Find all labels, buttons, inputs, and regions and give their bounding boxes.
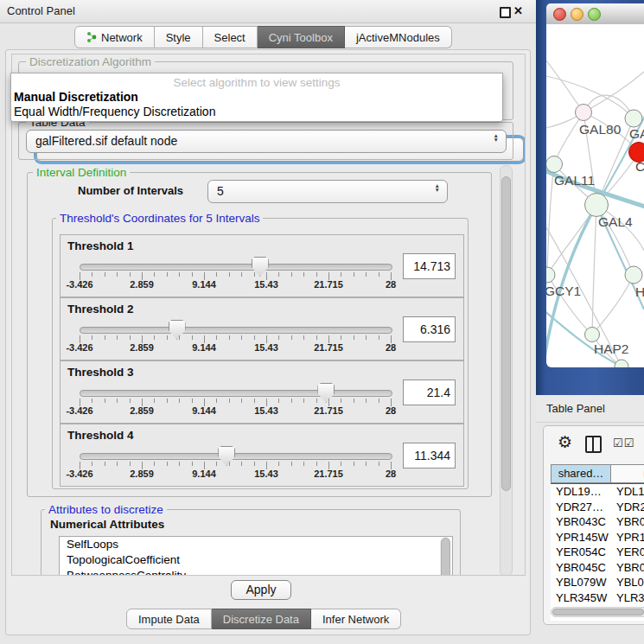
attribute-list-item[interactable]: SelfLoops xyxy=(60,537,452,552)
minor-tick xyxy=(117,399,118,403)
table-cell[interactable]: YDL1 xyxy=(611,484,644,500)
mac-close-icon[interactable] xyxy=(553,8,566,21)
bottom-tab-bar: Impute DataDiscretize DataInfer Network xyxy=(126,609,401,629)
panel-vertical-scrollbar[interactable] xyxy=(500,165,513,576)
table-cell[interactable]: YDR2 xyxy=(611,500,644,515)
slider-track[interactable] xyxy=(80,264,392,271)
threshold-panel: Threshold 2-3.4262.8599.14415.4321.71528… xyxy=(60,297,464,360)
tab-cyni-toolbox[interactable]: Cyni Toolbox xyxy=(258,26,345,48)
thresholds-group: Threshold's Coordinates for 5 Intervals … xyxy=(52,218,469,489)
threshold-value-field[interactable]: 11.344 xyxy=(403,443,456,469)
table-row[interactable]: YBL079WYBL0 xyxy=(551,575,644,590)
combo-spinner-icon: ▲▼ xyxy=(435,183,440,192)
mac-minimize-icon[interactable] xyxy=(571,8,583,21)
network-canvas[interactable]: GAL80GACGAL11GAL4GCY1HHAP2 xyxy=(546,24,644,367)
table-panel-title: Table Panel xyxy=(546,395,605,422)
table-row[interactable]: YPR145WYPR1 xyxy=(551,530,644,545)
table-cell[interactable]: YLR3 xyxy=(611,590,644,606)
threshold-panel: Threshold 1-3.4262.8599.14415.4321.71528… xyxy=(60,234,464,297)
minor-tick xyxy=(92,462,92,466)
bottom-tab-impute-data[interactable]: Impute Data xyxy=(126,609,212,629)
network-node[interactable] xyxy=(615,360,628,367)
table-cell[interactable]: YER054C xyxy=(551,545,611,560)
threshold-panel: Threshold 3-3.4262.8599.14415.4321.71528… xyxy=(60,360,464,424)
algorithm-option[interactable]: Manual Discretization xyxy=(14,90,138,104)
minor-tick xyxy=(379,335,379,340)
algorithm-option[interactable]: Equal Width/Frequency Discretization xyxy=(14,105,215,118)
panel-scrollbar-thumb[interactable] xyxy=(501,176,511,491)
number-of-intervals-select[interactable]: 5 ▲▼ xyxy=(207,180,448,203)
minor-tick xyxy=(366,399,367,403)
tab-jactivemnodules[interactable]: jActiveMNodules xyxy=(345,26,452,48)
table-cell[interactable]: YDR27… xyxy=(551,500,611,515)
attribute-list-item[interactable]: BetweennessCentrality xyxy=(60,568,452,576)
network-node-label: GAL80 xyxy=(579,122,622,137)
minor-tick xyxy=(105,399,105,403)
number-of-intervals-value: 5 xyxy=(217,181,224,202)
gear-icon[interactable]: ⚙ xyxy=(558,434,572,451)
minor-tick xyxy=(278,399,279,403)
table-row[interactable]: YLR345WYLR3 xyxy=(551,590,644,606)
table-cell[interactable]: YBL0 xyxy=(611,575,644,590)
numerical-attributes-list[interactable]: SelfLoopsTopologicalCoefficientBetweenne… xyxy=(59,536,453,576)
tab-style[interactable]: Style xyxy=(155,26,203,48)
apply-button[interactable]: Apply xyxy=(231,580,291,600)
float-window-icon[interactable] xyxy=(500,7,511,18)
tick-label: 2.859 xyxy=(130,405,154,416)
slider-track[interactable] xyxy=(80,390,392,397)
columns-icon[interactable] xyxy=(585,436,602,453)
network-node[interactable] xyxy=(625,266,642,284)
control-panel-titlebar: Control Panel ✕ xyxy=(0,0,536,23)
table-row[interactable]: YDR27…YDR2 xyxy=(551,500,644,515)
table-data-select[interactable]: galFiltered.sif default node ▲▼ xyxy=(26,130,507,153)
minor-tick xyxy=(130,335,131,340)
network-node[interactable] xyxy=(625,110,642,127)
attributes-scrollbar-thumb[interactable] xyxy=(441,538,450,576)
mac-zoom-icon[interactable] xyxy=(588,8,601,21)
table-row[interactable]: YBR043CYBR0 xyxy=(551,514,644,530)
tick-label: 2.859 xyxy=(130,279,154,290)
slider-track[interactable] xyxy=(80,453,392,460)
table-cell[interactable]: YBR0 xyxy=(611,514,644,530)
table-cell[interactable]: YER0 xyxy=(611,545,644,560)
threshold-value-field[interactable]: 14.713 xyxy=(403,253,456,279)
threshold-value-field[interactable]: 21.4 xyxy=(403,379,456,405)
column-header[interactable]: shared… xyxy=(551,464,611,483)
table-cell[interactable]: YPR145W xyxy=(551,530,611,545)
table-cell[interactable]: YDL19… xyxy=(551,484,611,500)
threshold-value-field[interactable]: 6.316 xyxy=(403,316,456,342)
network-node[interactable] xyxy=(546,267,555,283)
tick-label: 15.43 xyxy=(254,342,278,353)
network-node[interactable] xyxy=(585,328,600,342)
network-node[interactable] xyxy=(585,194,609,217)
close-icon[interactable]: ✕ xyxy=(513,0,523,22)
column-header[interactable]: na xyxy=(611,464,644,483)
minor-tick xyxy=(354,335,354,340)
table-row[interactable]: YER054CYER0 xyxy=(551,545,644,560)
tab-select[interactable]: Select xyxy=(203,26,258,48)
table-row[interactable]: YBR045CYBR0 xyxy=(551,560,644,576)
table-cell[interactable]: YPR1 xyxy=(611,530,644,545)
minor-tick xyxy=(192,399,193,403)
table-cell[interactable]: YLR345W xyxy=(551,590,611,606)
bottom-tab-infer-network[interactable]: Infer Network xyxy=(311,609,401,629)
table-cell[interactable]: YBR043C xyxy=(551,514,611,530)
table-cell[interactable]: YBR045C xyxy=(551,560,611,576)
checkbox-icons[interactable]: ☑☑ xyxy=(613,437,634,450)
table-row[interactable]: YDL19…YDL1 xyxy=(551,484,644,500)
threshold-label: Threshold 2 xyxy=(67,303,134,316)
minor-tick xyxy=(130,272,131,277)
attribute-list-item[interactable]: TopologicalCoefficient xyxy=(60,552,452,568)
network-node-label: C xyxy=(635,159,644,174)
network-window-titlebar[interactable] xyxy=(546,3,644,25)
network-node[interactable] xyxy=(576,105,592,121)
network-node[interactable] xyxy=(546,156,563,173)
table-cell[interactable]: YBL079W xyxy=(551,575,611,590)
slider-track[interactable] xyxy=(80,327,392,334)
tab-network[interactable]: Network xyxy=(74,26,155,48)
attributes-scrollbar[interactable] xyxy=(440,537,450,576)
table-cell[interactable]: YBR0 xyxy=(611,560,644,576)
table-scrollbar-thumb[interactable] xyxy=(552,609,644,615)
table-horizontal-scrollbar[interactable] xyxy=(551,607,644,617)
bottom-tab-discretize-data[interactable]: Discretize Data xyxy=(212,609,311,629)
